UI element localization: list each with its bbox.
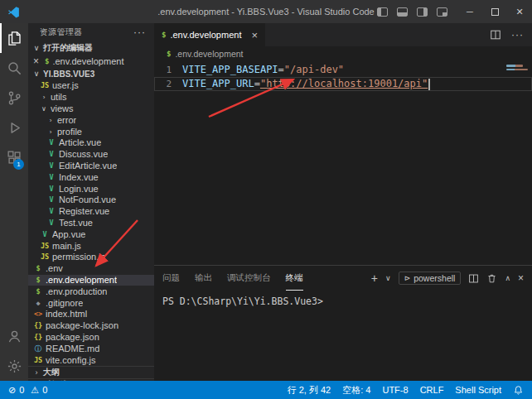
minimize-button[interactable]: ─ [457,0,482,23]
tree-item-vite.config.js[interactable]: JSvite.config.js [28,354,154,366]
layout-controls [377,7,457,17]
tree-item-.env.development[interactable]: $.env.development [28,275,154,286]
file-icon: V [46,218,56,228]
shell-play-icon: ⊳ [404,274,411,282]
code-line-1[interactable]: 1VITE_APP_BASEAPI="/api-dev" [154,63,532,77]
close-button[interactable]: ✕ [507,0,532,23]
tree-item-README.md[interactable]: ⓘREADME.md [28,343,154,354]
file-tree: JSuser.js›utils∨views›error›profileVArti… [28,80,154,366]
eol-indicator[interactable]: CRLF [420,385,444,395]
code-line-2[interactable]: 2VITE_APP_URL="http://localhost:19001/ap… [154,77,532,91]
panel-tab-问题[interactable]: 问题 [162,266,180,291]
file-icon: V [46,206,56,217]
source-control-icon[interactable] [0,83,28,113]
split-editor-icon[interactable] [490,29,501,41]
settings-gear-icon[interactable] [0,351,28,381]
cursor-position[interactable]: 行 2, 列 42 [288,384,331,397]
maximize-button[interactable] [482,0,507,23]
indentation[interactable]: 空格: 4 [342,384,370,397]
panel-tab-终端[interactable]: 终端 [286,266,303,291]
close-editor-icon[interactable]: × [33,57,41,65]
panel-tab-输出[interactable]: 输出 [195,266,212,291]
workspace-header[interactable]: ∨ YI.BBS.VUE3 [28,67,154,80]
tree-item-error[interactable]: ›error [28,114,154,126]
breadcrumb[interactable]: $ .env.development [154,46,532,61]
tree-item-views[interactable]: ∨views [28,103,154,115]
close-tab-icon[interactable]: × [251,31,258,40]
kill-terminal-icon[interactable] [486,273,497,284]
customize-layout-icon[interactable] [437,7,447,17]
tree-item-Article.vue[interactable]: VArticle.vue [28,137,154,149]
terminal-dropdown-icon[interactable]: ∨ [385,274,391,282]
line-number: 1 [154,63,182,77]
tree-item-App.vue[interactable]: VApp.vue [28,228,154,240]
tree-item-user.js[interactable]: JSuser.js [28,80,154,92]
editor-tab[interactable]: $ .env.development × [154,23,265,46]
explorer-icon[interactable] [0,23,28,53]
warnings-icon: ⚠ [31,385,39,396]
account-icon[interactable] [0,321,28,351]
explorer-more-actions-icon[interactable]: ··· [133,26,146,38]
tree-item-main.js[interactable]: JSmain.js [28,240,154,252]
editor-more-actions-icon[interactable]: ··· [511,29,524,41]
problems-indicator[interactable]: ⊘ 0 ⚠ 0 [8,385,47,396]
tree-item-index.html[interactable]: <>index.html [28,309,154,320]
tree-item-Discuss.vue[interactable]: VDiscuss.vue [28,149,154,161]
code-token: = [254,77,260,91]
file-name: Login.vue [59,184,99,195]
language-mode[interactable]: Shell Script [455,385,501,395]
terminal-content[interactable]: PS D:\CSharp\Yi\Yi.BBS.Vue3> [154,291,532,381]
file-icon: ⓘ [33,344,43,354]
code-editor[interactable]: 1VITE_APP_BASEAPI="/api-dev"2VITE_APP_UR… [154,61,532,91]
close-panel-icon[interactable]: × [518,272,524,284]
file-name: .env.development [46,275,117,286]
tree-item-Register.vue[interactable]: VRegister.vue [28,206,154,218]
workbench: 1 资源管理器 ··· [0,23,532,381]
tab-label: .env.development [170,30,241,40]
encoding[interactable]: UTF-8 [382,385,408,395]
tree-item-.env.production[interactable]: $.env.production [28,286,154,297]
file-name: main.js [52,241,81,252]
chevron-right-icon: › [40,92,48,103]
tree-item-.env[interactable]: $.env [28,263,154,275]
toggle-sidebar-icon[interactable] [377,7,388,17]
new-terminal-icon[interactable]: + [371,272,378,285]
chevron-right-icon: › [46,127,55,137]
minimap[interactable] [504,63,530,72]
chevron-right-icon: › [46,115,55,126]
open-editor-item[interactable]: × $ .env.development [28,55,154,67]
code-token: "/api-dev" [284,63,344,77]
tree-item-EditArticle.vue[interactable]: VEditArticle.vue [28,161,154,172]
notifications-bell-icon[interactable] [513,385,524,396]
split-terminal-icon[interactable] [468,273,479,284]
tree-item-permission.js[interactable]: JSpermission.js [28,252,154,263]
tree-item-.gitignore[interactable]: ◆.gitignore [28,297,154,309]
sidebar-explorer: 资源管理器 ··· ∨ 打开的编辑器 × $ .env.development … [28,23,154,381]
tree-item-utils[interactable]: ›utils [28,92,154,103]
tree-item-Login.vue[interactable]: VLogin.vue [28,183,154,195]
extensions-icon[interactable]: 1 [0,142,28,172]
terminal-prompt: PS D:\CSharp\Yi\Yi.BBS.Vue3> [162,296,323,307]
toggle-panel-icon[interactable] [397,7,408,17]
outline-section-header[interactable]: › 大纲 [28,366,154,378]
open-editors-header[interactable]: ∨ 打开的编辑器 [28,41,154,55]
tree-item-NotFound.vue[interactable]: VNotFound.vue [28,195,154,206]
tree-item-Index.vue[interactable]: VIndex.vue [28,171,154,183]
outline-label: 大纲 [43,367,60,378]
panel-tab-调试控制台[interactable]: 调试控制台 [227,266,271,291]
tree-item-Test.vue[interactable]: VTest.vue [28,218,154,229]
maximize-panel-icon[interactable]: ∧ [505,274,510,282]
chevron-down-icon: ∨ [31,44,41,52]
editor-actions: ··· [490,23,532,46]
panel-actions: + ∨ ⊳ powershell ∧ × [371,266,524,291]
workspace-name: YI.BBS.VUE3 [43,70,94,79]
shell-selector[interactable]: ⊳ powershell [399,272,462,285]
tree-item-package.json[interactable]: {}package.json [28,332,154,344]
file-icon: {} [33,332,43,343]
search-icon[interactable] [0,53,28,83]
run-debug-icon[interactable] [0,113,28,142]
toggle-secondary-sidebar-icon[interactable] [417,7,428,17]
tree-item-profile[interactable]: ›profile [28,126,154,137]
breadcrumb-file: .env.development [175,49,243,59]
tree-item-package-lock.json[interactable]: {}package-lock.json [28,320,154,332]
